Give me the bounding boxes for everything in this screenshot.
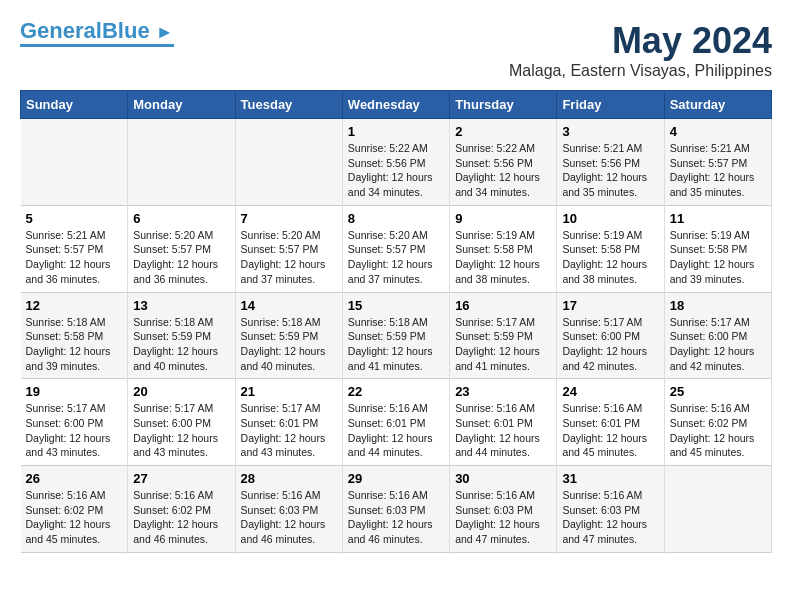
day-cell: 1Sunrise: 5:22 AM Sunset: 5:56 PM Daylig…: [342, 119, 449, 206]
day-number: 22: [348, 384, 444, 399]
day-number: 8: [348, 211, 444, 226]
day-number: 16: [455, 298, 551, 313]
day-info: Sunrise: 5:16 AM Sunset: 6:03 PM Dayligh…: [562, 488, 658, 547]
week-row-4: 19Sunrise: 5:17 AM Sunset: 6:00 PM Dayli…: [21, 379, 772, 466]
day-info: Sunrise: 5:20 AM Sunset: 5:57 PM Dayligh…: [241, 228, 337, 287]
day-number: 1: [348, 124, 444, 139]
day-number: 24: [562, 384, 658, 399]
day-info: Sunrise: 5:16 AM Sunset: 6:01 PM Dayligh…: [455, 401, 551, 460]
day-cell: 17Sunrise: 5:17 AM Sunset: 6:00 PM Dayli…: [557, 292, 664, 379]
day-info: Sunrise: 5:19 AM Sunset: 5:58 PM Dayligh…: [670, 228, 766, 287]
header-row: SundayMondayTuesdayWednesdayThursdayFrid…: [21, 91, 772, 119]
day-number: 30: [455, 471, 551, 486]
day-number: 10: [562, 211, 658, 226]
day-cell: 28Sunrise: 5:16 AM Sunset: 6:03 PM Dayli…: [235, 466, 342, 553]
day-info: Sunrise: 5:17 AM Sunset: 5:59 PM Dayligh…: [455, 315, 551, 374]
day-cell: 20Sunrise: 5:17 AM Sunset: 6:00 PM Dayli…: [128, 379, 235, 466]
day-cell: 14Sunrise: 5:18 AM Sunset: 5:59 PM Dayli…: [235, 292, 342, 379]
day-cell: [128, 119, 235, 206]
logo-text: GeneralBlue ►: [20, 20, 174, 42]
day-cell: 26Sunrise: 5:16 AM Sunset: 6:02 PM Dayli…: [21, 466, 128, 553]
header-cell-wednesday: Wednesday: [342, 91, 449, 119]
day-number: 26: [26, 471, 123, 486]
week-row-3: 12Sunrise: 5:18 AM Sunset: 5:58 PM Dayli…: [21, 292, 772, 379]
day-number: 20: [133, 384, 229, 399]
day-number: 3: [562, 124, 658, 139]
calendar-title: May 2024: [509, 20, 772, 62]
day-cell: 18Sunrise: 5:17 AM Sunset: 6:00 PM Dayli…: [664, 292, 771, 379]
day-info: Sunrise: 5:18 AM Sunset: 5:59 PM Dayligh…: [241, 315, 337, 374]
day-number: 27: [133, 471, 229, 486]
calendar-table: SundayMondayTuesdayWednesdayThursdayFrid…: [20, 90, 772, 553]
day-cell: 5Sunrise: 5:21 AM Sunset: 5:57 PM Daylig…: [21, 205, 128, 292]
logo-blue: Blue: [102, 18, 150, 43]
day-cell: 8Sunrise: 5:20 AM Sunset: 5:57 PM Daylig…: [342, 205, 449, 292]
day-number: 29: [348, 471, 444, 486]
day-number: 12: [26, 298, 123, 313]
day-number: 9: [455, 211, 551, 226]
week-row-2: 5Sunrise: 5:21 AM Sunset: 5:57 PM Daylig…: [21, 205, 772, 292]
day-cell: 22Sunrise: 5:16 AM Sunset: 6:01 PM Dayli…: [342, 379, 449, 466]
week-row-5: 26Sunrise: 5:16 AM Sunset: 6:02 PM Dayli…: [21, 466, 772, 553]
day-cell: 19Sunrise: 5:17 AM Sunset: 6:00 PM Dayli…: [21, 379, 128, 466]
week-row-1: 1Sunrise: 5:22 AM Sunset: 5:56 PM Daylig…: [21, 119, 772, 206]
day-info: Sunrise: 5:22 AM Sunset: 5:56 PM Dayligh…: [348, 141, 444, 200]
day-cell: 24Sunrise: 5:16 AM Sunset: 6:01 PM Dayli…: [557, 379, 664, 466]
day-number: 21: [241, 384, 337, 399]
day-cell: [664, 466, 771, 553]
day-number: 28: [241, 471, 337, 486]
header-cell-monday: Monday: [128, 91, 235, 119]
day-info: Sunrise: 5:16 AM Sunset: 6:03 PM Dayligh…: [241, 488, 337, 547]
day-cell: 31Sunrise: 5:16 AM Sunset: 6:03 PM Dayli…: [557, 466, 664, 553]
day-info: Sunrise: 5:20 AM Sunset: 5:57 PM Dayligh…: [133, 228, 229, 287]
day-number: 4: [670, 124, 766, 139]
day-cell: 10Sunrise: 5:19 AM Sunset: 5:58 PM Dayli…: [557, 205, 664, 292]
day-info: Sunrise: 5:19 AM Sunset: 5:58 PM Dayligh…: [455, 228, 551, 287]
day-number: 18: [670, 298, 766, 313]
day-info: Sunrise: 5:18 AM Sunset: 5:58 PM Dayligh…: [26, 315, 123, 374]
day-cell: 3Sunrise: 5:21 AM Sunset: 5:56 PM Daylig…: [557, 119, 664, 206]
day-info: Sunrise: 5:16 AM Sunset: 6:03 PM Dayligh…: [348, 488, 444, 547]
day-info: Sunrise: 5:20 AM Sunset: 5:57 PM Dayligh…: [348, 228, 444, 287]
day-number: 5: [26, 211, 123, 226]
day-info: Sunrise: 5:17 AM Sunset: 6:00 PM Dayligh…: [133, 401, 229, 460]
day-info: Sunrise: 5:18 AM Sunset: 5:59 PM Dayligh…: [133, 315, 229, 374]
day-info: Sunrise: 5:17 AM Sunset: 6:01 PM Dayligh…: [241, 401, 337, 460]
header: GeneralBlue ► May 2024 Malaga, Eastern V…: [20, 20, 772, 80]
day-number: 13: [133, 298, 229, 313]
day-number: 25: [670, 384, 766, 399]
day-number: 15: [348, 298, 444, 313]
logo-icon: ►: [156, 22, 174, 42]
day-number: 7: [241, 211, 337, 226]
day-cell: 29Sunrise: 5:16 AM Sunset: 6:03 PM Dayli…: [342, 466, 449, 553]
day-info: Sunrise: 5:17 AM Sunset: 6:00 PM Dayligh…: [670, 315, 766, 374]
logo-general: General: [20, 18, 102, 43]
day-cell: 16Sunrise: 5:17 AM Sunset: 5:59 PM Dayli…: [450, 292, 557, 379]
day-cell: 13Sunrise: 5:18 AM Sunset: 5:59 PM Dayli…: [128, 292, 235, 379]
day-info: Sunrise: 5:16 AM Sunset: 6:01 PM Dayligh…: [348, 401, 444, 460]
day-cell: 23Sunrise: 5:16 AM Sunset: 6:01 PM Dayli…: [450, 379, 557, 466]
day-number: 19: [26, 384, 123, 399]
day-cell: 6Sunrise: 5:20 AM Sunset: 5:57 PM Daylig…: [128, 205, 235, 292]
day-info: Sunrise: 5:16 AM Sunset: 6:01 PM Dayligh…: [562, 401, 658, 460]
day-info: Sunrise: 5:17 AM Sunset: 6:00 PM Dayligh…: [562, 315, 658, 374]
day-cell: [235, 119, 342, 206]
day-info: Sunrise: 5:22 AM Sunset: 5:56 PM Dayligh…: [455, 141, 551, 200]
day-number: 14: [241, 298, 337, 313]
day-number: 11: [670, 211, 766, 226]
day-cell: 21Sunrise: 5:17 AM Sunset: 6:01 PM Dayli…: [235, 379, 342, 466]
day-number: 6: [133, 211, 229, 226]
logo-underline: [20, 44, 174, 47]
header-cell-sunday: Sunday: [21, 91, 128, 119]
day-info: Sunrise: 5:21 AM Sunset: 5:57 PM Dayligh…: [670, 141, 766, 200]
day-info: Sunrise: 5:18 AM Sunset: 5:59 PM Dayligh…: [348, 315, 444, 374]
header-cell-saturday: Saturday: [664, 91, 771, 119]
day-info: Sunrise: 5:17 AM Sunset: 6:00 PM Dayligh…: [26, 401, 123, 460]
header-cell-thursday: Thursday: [450, 91, 557, 119]
day-cell: 30Sunrise: 5:16 AM Sunset: 6:03 PM Dayli…: [450, 466, 557, 553]
logo: GeneralBlue ►: [20, 20, 174, 47]
day-info: Sunrise: 5:21 AM Sunset: 5:57 PM Dayligh…: [26, 228, 123, 287]
day-cell: 4Sunrise: 5:21 AM Sunset: 5:57 PM Daylig…: [664, 119, 771, 206]
day-cell: 15Sunrise: 5:18 AM Sunset: 5:59 PM Dayli…: [342, 292, 449, 379]
day-number: 2: [455, 124, 551, 139]
